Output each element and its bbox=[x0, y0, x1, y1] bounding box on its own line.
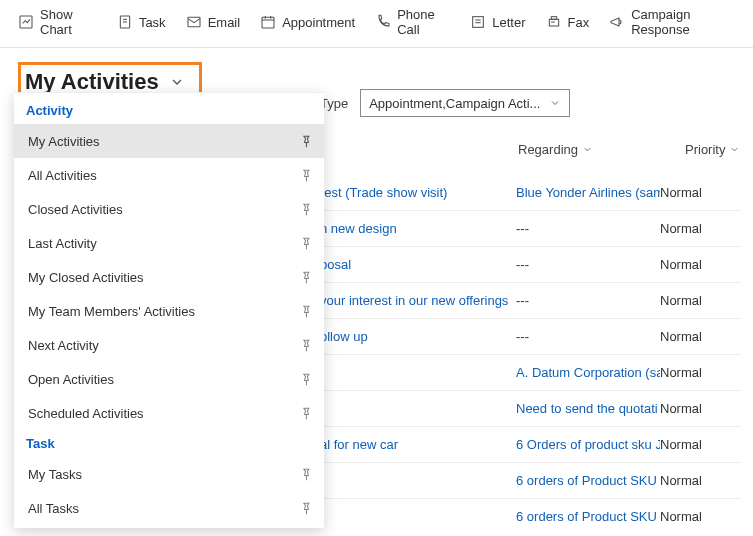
cell-priority: Normal bbox=[660, 293, 720, 308]
pin-icon[interactable] bbox=[298, 133, 314, 149]
cell-regarding: --- bbox=[516, 293, 660, 308]
cmd-campaign-response[interactable]: Campaign Response bbox=[599, 3, 745, 41]
calendar-icon bbox=[260, 14, 276, 30]
cell-subject[interactable]: al for new car bbox=[320, 437, 516, 452]
view-flyout: ActivityMy ActivitiesAll ActivitiesClose… bbox=[14, 92, 324, 528]
cell-regarding[interactable]: Need to send the quotati bbox=[516, 401, 660, 416]
table-row[interactable]: 6 orders of Product SKU .Normal bbox=[320, 462, 741, 498]
pin-icon[interactable] bbox=[298, 371, 314, 387]
pin-icon[interactable] bbox=[298, 303, 314, 319]
cmd-fax[interactable]: Fax bbox=[536, 10, 600, 34]
flyout-item-label: My Tasks bbox=[28, 467, 82, 482]
phone-icon bbox=[375, 14, 391, 30]
cmd-phone-call[interactable]: Phone Call bbox=[365, 3, 460, 41]
flyout-item[interactable]: My Tasks bbox=[14, 457, 324, 491]
cell-subject[interactable]: rest (Trade show visit) bbox=[320, 185, 516, 200]
filter-bar: Type Appointment,Campaign Acti... bbox=[320, 89, 570, 117]
task-icon bbox=[117, 14, 133, 30]
table-row[interactable]: rest (Trade show visit)Blue Yonder Airli… bbox=[320, 174, 741, 210]
flyout-item[interactable]: Scheduled Activities bbox=[14, 396, 324, 430]
svg-rect-5 bbox=[262, 17, 274, 28]
pin-icon[interactable] bbox=[298, 201, 314, 217]
activity-type-combo[interactable]: Appointment,Campaign Acti... bbox=[360, 89, 570, 117]
campaign-icon bbox=[609, 14, 625, 30]
cmd-appointment[interactable]: Appointment bbox=[250, 10, 365, 34]
table-row[interactable]: posal---Normal bbox=[320, 246, 741, 282]
activity-type-label: Type bbox=[320, 96, 350, 111]
fax-icon bbox=[546, 14, 562, 30]
flyout-item[interactable]: My Team Members' Activities bbox=[14, 294, 324, 328]
flyout-item-label: My Closed Activities bbox=[28, 270, 144, 285]
chevron-down-icon bbox=[582, 144, 593, 155]
flyout-item[interactable]: Next Activity bbox=[14, 328, 324, 362]
cell-priority: Normal bbox=[660, 473, 720, 488]
cell-regarding: --- bbox=[516, 221, 660, 236]
cmd-label: Email bbox=[208, 15, 241, 30]
table-row[interactable]: n new design---Normal bbox=[320, 210, 741, 246]
flyout-item-label: Next Activity bbox=[28, 338, 99, 353]
view-flyout-scroll[interactable]: ActivityMy ActivitiesAll ActivitiesClose… bbox=[14, 93, 324, 528]
pin-icon[interactable] bbox=[298, 466, 314, 482]
flyout-item-label: Open Activities bbox=[28, 372, 114, 387]
table-row[interactable]: al for new car6 Orders of product sku JN… bbox=[320, 426, 741, 462]
cmd-label: Phone Call bbox=[397, 7, 450, 37]
table-row[interactable]: 6 orders of Product SKU .Normal bbox=[320, 498, 741, 534]
table-row[interactable]: A. Datum Corporation (saNormal bbox=[320, 354, 741, 390]
svg-point-14 bbox=[551, 22, 552, 23]
flyout-item[interactable]: All Tasks bbox=[14, 491, 324, 525]
cmd-show-chart[interactable]: Show Chart bbox=[8, 3, 107, 41]
flyout-item[interactable]: All Activities bbox=[14, 158, 324, 192]
cell-subject[interactable]: ollow up bbox=[320, 329, 516, 344]
cmd-task[interactable]: Task bbox=[107, 10, 176, 34]
command-bar: Show ChartTaskEmailAppointmentPhone Call… bbox=[0, 0, 753, 48]
cell-regarding[interactable]: 6 orders of Product SKU . bbox=[516, 473, 660, 488]
svg-rect-4 bbox=[188, 17, 200, 26]
pin-icon[interactable] bbox=[298, 269, 314, 285]
flyout-item[interactable]: Closed Activities bbox=[14, 192, 324, 226]
pin-icon[interactable] bbox=[298, 405, 314, 421]
flyout-item[interactable]: Last Activity bbox=[14, 226, 324, 260]
cmd-label: Task bbox=[139, 15, 166, 30]
cell-priority: Normal bbox=[660, 401, 720, 416]
cell-regarding[interactable]: Blue Yonder Airlines (sam bbox=[516, 185, 660, 200]
cell-priority: Normal bbox=[660, 365, 720, 380]
column-header-label: Regarding bbox=[518, 142, 578, 157]
table-row[interactable]: Need to send the quotatiNormal bbox=[320, 390, 741, 426]
pin-icon[interactable] bbox=[298, 500, 314, 516]
flyout-group-header: Activity bbox=[14, 97, 324, 124]
cmd-label: Fax bbox=[568, 15, 590, 30]
cell-regarding[interactable]: 6 orders of Product SKU . bbox=[516, 509, 660, 524]
cell-regarding[interactable]: 6 Orders of product sku J bbox=[516, 437, 660, 452]
pin-icon[interactable] bbox=[298, 337, 314, 353]
cmd-letter[interactable]: Letter bbox=[460, 10, 535, 34]
cmd-label: Campaign Response bbox=[631, 7, 735, 37]
chevron-down-icon bbox=[169, 74, 185, 90]
activity-type-value: Appointment,Campaign Acti... bbox=[369, 96, 540, 111]
table-row[interactable]: your interest in our new offerings---Nor… bbox=[320, 282, 741, 318]
column-header-priority[interactable]: Priority bbox=[685, 142, 740, 157]
cell-subject[interactable]: posal bbox=[320, 257, 516, 272]
flyout-item-label: Scheduled Activities bbox=[28, 406, 144, 421]
column-header-regarding[interactable]: Regarding bbox=[518, 142, 593, 157]
cell-regarding[interactable]: A. Datum Corporation (sa bbox=[516, 365, 660, 380]
flyout-item[interactable]: My Closed Activities bbox=[14, 260, 324, 294]
chevron-down-icon bbox=[729, 144, 740, 155]
cell-subject[interactable]: n new design bbox=[320, 221, 516, 236]
chevron-down-icon bbox=[549, 97, 561, 109]
data-grid: rest (Trade show visit)Blue Yonder Airli… bbox=[320, 174, 741, 534]
flyout-item[interactable]: Open Activities bbox=[14, 362, 324, 396]
pin-icon[interactable] bbox=[298, 167, 314, 183]
flyout-item-label: Last Activity bbox=[28, 236, 97, 251]
cell-subject[interactable]: your interest in our new offerings bbox=[320, 293, 516, 308]
svg-rect-9 bbox=[473, 17, 484, 28]
table-row[interactable]: ollow up---Normal bbox=[320, 318, 741, 354]
cell-regarding: --- bbox=[516, 257, 660, 272]
email-icon bbox=[186, 14, 202, 30]
svg-rect-13 bbox=[551, 17, 556, 20]
flyout-item[interactable]: My Activities bbox=[14, 124, 324, 158]
cell-priority: Normal bbox=[660, 257, 720, 272]
cell-priority: Normal bbox=[660, 509, 720, 524]
pin-icon[interactable] bbox=[298, 235, 314, 251]
flyout-item-label: Closed Activities bbox=[28, 202, 123, 217]
cmd-email[interactable]: Email bbox=[176, 10, 251, 34]
